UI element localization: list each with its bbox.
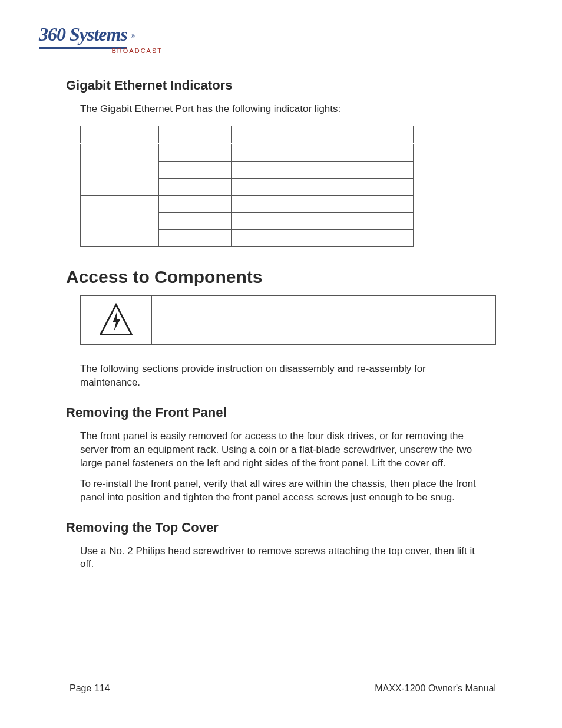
footer-page-number: Page 114 (70, 683, 110, 694)
table-header (232, 126, 414, 143)
table-cell (232, 229, 414, 246)
warning-text-cell (152, 296, 495, 344)
indicator-table (80, 126, 414, 247)
table-cell (159, 229, 232, 246)
footer-manual-title: MAXX-1200 Owner's Manual (375, 683, 496, 694)
table-cell (232, 161, 414, 178)
high-voltage-icon (98, 302, 134, 338)
heading-gigabit-ethernet-indicators: Gigabit Ethernet Indicators (66, 78, 496, 93)
svg-marker-1 (113, 311, 120, 331)
logo-script-text: 360 Systems (39, 25, 127, 49)
table-row (81, 143, 414, 161)
table-header (81, 126, 159, 143)
table-cell (232, 212, 414, 229)
warning-box (80, 295, 496, 345)
logo-broadcast-text: BROADCAST (112, 47, 163, 54)
heading-access-to-components: Access to Components (66, 267, 496, 287)
heading-removing-front-panel: Removing the Front Panel (66, 405, 496, 420)
paragraph-front-panel-1: The front panel is easily removed for ac… (80, 430, 482, 470)
table-cell (81, 143, 159, 195)
table-cell (159, 143, 232, 161)
table-header (159, 126, 232, 143)
paragraph-top-cover: Use a No. 2 Philips head screwdriver to … (80, 545, 482, 572)
heading-removing-top-cover: Removing the Top Cover (66, 520, 496, 535)
warning-icon-cell (81, 296, 152, 344)
table-row (81, 195, 414, 212)
table-cell (232, 143, 414, 161)
table-cell (159, 161, 232, 178)
table-cell (232, 178, 414, 195)
paragraph-front-panel-2: To re-install the front panel, verify th… (80, 477, 482, 505)
trademark-symbol: ® (131, 34, 135, 39)
brand-logo: 360 Systems® BROADCAST (39, 20, 163, 53)
paragraph-gigabit-intro: The Gigabit Ethernet Port has the follow… (80, 103, 482, 116)
table-cell (81, 195, 159, 246)
page-footer: Page 114 MAXX-1200 Owner's Manual (70, 678, 496, 694)
table-cell (159, 195, 232, 212)
table-cell (159, 178, 232, 195)
paragraph-access-intro: The following sections provide instructi… (80, 363, 482, 390)
table-cell (232, 195, 414, 212)
table-cell (159, 212, 232, 229)
